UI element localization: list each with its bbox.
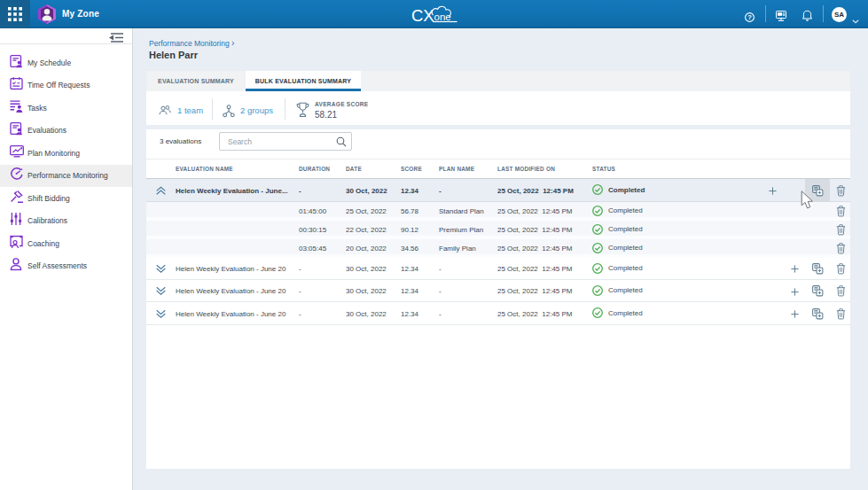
svg-text:?: ? <box>747 13 752 21</box>
svg-text:one: one <box>434 12 451 22</box>
svg-text:CX: CX <box>411 6 434 25</box>
